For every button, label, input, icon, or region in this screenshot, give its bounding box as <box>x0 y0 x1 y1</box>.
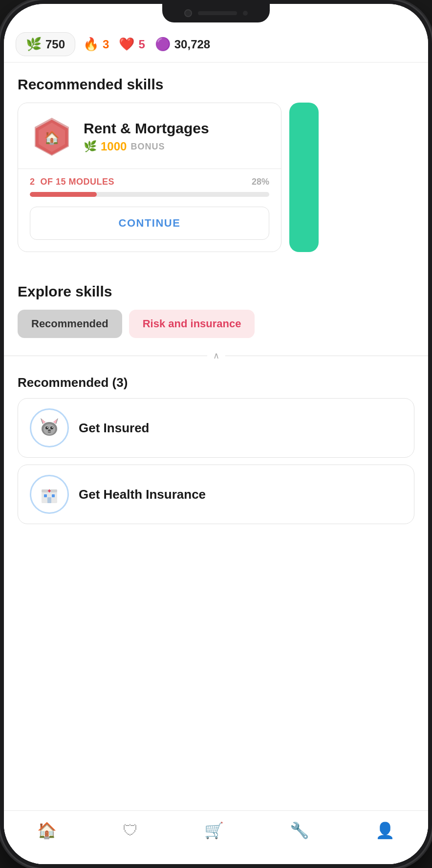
svg-rect-19 <box>47 497 51 503</box>
points-icon: 🌿 <box>26 37 42 52</box>
chevron-icon: ∧ <box>207 350 225 361</box>
coins-icon: 🟣 <box>155 37 171 52</box>
stat-streak: 🔥 3 <box>83 37 109 52</box>
skill-card-peek <box>289 103 319 252</box>
nav-cart[interactable]: 🛒 <box>194 819 234 842</box>
recommended-section: Recommended (3) <box>4 365 428 524</box>
progress-row: 2 OF 15 MODULES 28% <box>30 177 269 187</box>
hearts-value: 5 <box>138 38 145 51</box>
stat-points: 🌿 750 <box>16 32 75 56</box>
skills-carousel: 🏠 Rent & Mortgages 🌿 1000 BONUS <box>4 103 428 252</box>
bonus-emoji: 🌿 <box>84 140 97 153</box>
filter-tabs: Recommended Risk and insurance <box>4 310 428 338</box>
get-health-insurance-name: Get Health Insurance <box>79 487 206 502</box>
bottom-nav: 🏠 🛡 🛒 🔧 👤 <box>4 810 428 864</box>
notch <box>162 4 270 22</box>
stat-coins: 🟣 30,728 <box>155 37 210 52</box>
explore-skills-title: Explore skills <box>4 270 428 310</box>
svg-rect-17 <box>44 494 47 497</box>
skill-card-rent-mortgages[interactable]: 🏠 Rent & Mortgages 🌿 1000 BONUS <box>18 103 281 252</box>
get-health-insurance-icon <box>30 475 69 514</box>
skill-card-info: Rent & Mortgages 🌿 1000 BONUS <box>84 120 269 153</box>
svg-point-13 <box>52 427 53 428</box>
list-item-get-health-insurance[interactable]: Get Health Insurance <box>18 465 414 524</box>
explore-section: Explore skills Recommended Risk and insu… <box>4 270 428 338</box>
wrench-icon: 🔧 <box>290 823 309 838</box>
home-icon: 🏠 <box>37 823 57 838</box>
svg-point-14 <box>48 429 51 431</box>
modules-current: 2 <box>30 177 35 187</box>
cart-icon: 🛒 <box>204 823 224 838</box>
svg-point-10 <box>45 426 48 429</box>
phone-frame: 🌿 750 🔥 3 ❤️ 5 🟣 30,728 <box>0 0 432 868</box>
bonus-label: BONUS <box>130 142 165 152</box>
streak-value: 3 <box>103 38 109 51</box>
recommended-list-title: Recommended (3) <box>18 375 414 390</box>
skill-card-header: 🏠 Rent & Mortgages 🌿 1000 BONUS <box>30 115 269 159</box>
progress-pct: 28% <box>252 177 269 187</box>
progress-bar <box>30 192 269 197</box>
hearts-icon: ❤️ <box>119 37 134 52</box>
svg-rect-21 <box>49 489 50 492</box>
tab-risk-insurance[interactable]: Risk and insurance <box>129 310 255 338</box>
notch-dot <box>243 11 248 16</box>
get-insured-name: Get Insured <box>79 421 149 436</box>
stat-hearts: ❤️ 5 <box>119 37 145 52</box>
svg-point-11 <box>50 426 53 429</box>
modules-text: 2 OF 15 MODULES <box>30 177 114 187</box>
phone-inner: 🌿 750 🔥 3 ❤️ 5 🟣 30,728 <box>4 4 428 864</box>
continue-button[interactable]: CONTINUE <box>30 207 269 240</box>
list-item-get-insured[interactable]: Get Insured <box>18 398 414 458</box>
screen-content: 🌿 750 🔥 3 ❤️ 5 🟣 30,728 <box>4 4 428 864</box>
progress-bar-fill <box>30 192 97 197</box>
svg-point-12 <box>47 427 48 428</box>
shield-icon: 🛡 <box>123 823 138 838</box>
nav-profile[interactable]: 👤 <box>366 819 405 842</box>
nav-tools[interactable]: 🔧 <box>280 819 319 842</box>
skill-name: Rent & Mortgages <box>84 120 269 137</box>
streak-icon: 🔥 <box>83 37 99 52</box>
nav-home[interactable]: 🏠 <box>27 819 66 842</box>
card-divider <box>18 169 281 169</box>
svg-text:🏠: 🏠 <box>44 130 60 146</box>
scroll-area: Recommended skills <box>4 63 428 864</box>
notch-camera <box>184 9 192 17</box>
recommended-skills-title: Recommended skills <box>4 63 428 103</box>
get-insured-icon <box>30 408 69 447</box>
svg-rect-18 <box>52 494 55 497</box>
points-value: 750 <box>45 38 65 51</box>
stats-bar: 🌿 750 🔥 3 ❤️ 5 🟣 30,728 <box>4 28 428 63</box>
bonus-value: 1000 <box>101 140 127 153</box>
modules-label: OF 15 MODULES <box>41 177 115 187</box>
skill-bonus: 🌿 1000 BONUS <box>84 140 269 153</box>
skill-hex-icon: 🏠 <box>30 115 74 159</box>
coins-value: 30,728 <box>174 38 210 51</box>
nav-shield[interactable]: 🛡 <box>113 819 148 842</box>
tab-recommended[interactable]: Recommended <box>18 310 122 338</box>
profile-icon: 👤 <box>375 823 395 838</box>
section-divider: ∧ <box>4 346 428 365</box>
notch-speaker <box>198 11 237 15</box>
